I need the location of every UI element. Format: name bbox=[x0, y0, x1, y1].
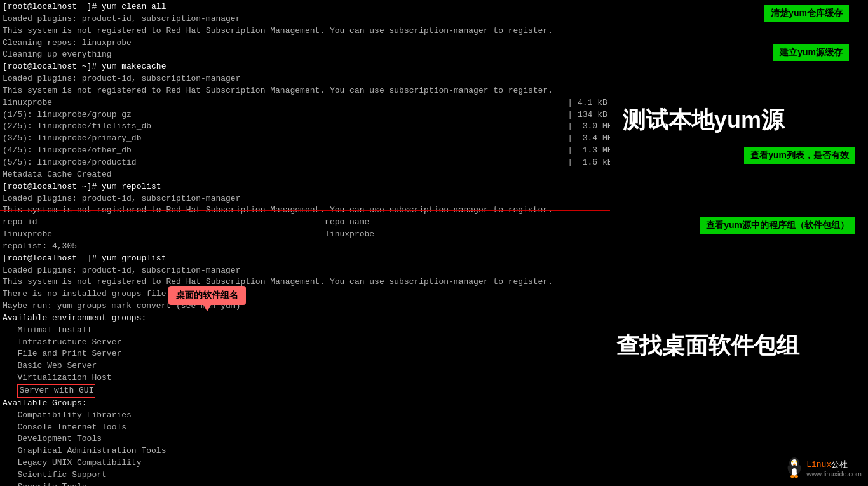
annotation-build-cache: 建立yum源缓存 bbox=[773, 44, 849, 61]
term-line: Loaded plugins: product-id, subscription… bbox=[3, 73, 607, 85]
svg-point-6 bbox=[792, 468, 797, 476]
svg-point-10 bbox=[794, 475, 798, 478]
annotation-clear-cache: 清楚yum仓库缓存 bbox=[764, 5, 849, 22]
term-line: This system is not registered to Red Hat… bbox=[3, 276, 607, 288]
term-line: Development Tools bbox=[3, 433, 607, 445]
term-line: (5/5): linuxprobe/productid | 1.6 kB 00:… bbox=[3, 157, 607, 169]
term-line: repo id repo name status bbox=[3, 217, 607, 229]
term-line: Cleaning repos: linuxprobe bbox=[3, 37, 607, 50]
svg-point-9 bbox=[790, 475, 794, 478]
term-line: Server with GUI bbox=[3, 384, 607, 398]
svg-point-3 bbox=[796, 461, 797, 463]
term-line: [root@localhost ]# yum grouplist bbox=[3, 253, 607, 265]
tux-icon bbox=[785, 457, 804, 480]
term-line: Graphical Administration Tools bbox=[3, 445, 607, 457]
annotation-find-desktop: 查找桌面软件包组 bbox=[616, 330, 799, 361]
svg-point-2 bbox=[792, 461, 794, 463]
logo-pub: 公社 bbox=[831, 460, 848, 469]
term-line: Security Tools bbox=[3, 482, 607, 486]
term-line: repolist: 4,305 bbox=[3, 241, 607, 253]
annotation-check-groups: 查看yum源中的程序组（软件包组） bbox=[700, 217, 855, 234]
term-line: (1/5): linuxprobe/group_gz | 134 kB 00:0… bbox=[3, 109, 607, 121]
term-line: (2/5): linuxprobe/filelists_db | 3.0 MB … bbox=[3, 121, 607, 133]
term-line: Basic Web Server bbox=[3, 360, 607, 372]
term-line: [root@localhost ]# yum clean all bbox=[3, 1, 607, 13]
term-line: Cleaning up everything bbox=[3, 49, 607, 61]
term-line: This system is not registered to Red Hat… bbox=[3, 85, 607, 97]
term-line: [root@localhost ~]# yum repolist bbox=[3, 181, 607, 193]
annotations-panel: 清楚yum仓库缓存 建立yum源缓存 测试本地yum源 查看yum列表，是否有效… bbox=[610, 0, 868, 486]
term-line: Minimal Install bbox=[3, 325, 607, 337]
term-line: Loaded plugins: product-id, subscription… bbox=[3, 193, 607, 205]
term-line: Available environment groups: bbox=[3, 313, 607, 325]
term-line: [root@localhost ~]# yum makecache bbox=[3, 61, 607, 73]
logo-linux: Linux bbox=[806, 460, 831, 469]
term-line: There is no installed groups file. bbox=[3, 288, 607, 300]
term-line: File and Print Server bbox=[3, 348, 607, 360]
term-line: Infrastructure Server bbox=[3, 337, 607, 349]
annotation-check-repo: 查看yum列表，是否有效 bbox=[744, 147, 855, 164]
term-line: Scientific Support bbox=[3, 469, 607, 482]
logo-url: www.linuxidc.com bbox=[806, 470, 862, 478]
term-line: Loaded plugins: product-id, subscription… bbox=[3, 265, 607, 277]
term-line: linuxprobe linuxprobe 4,305 bbox=[3, 229, 607, 241]
logo-area: Linux公社 www.linuxidc.com bbox=[785, 457, 862, 480]
term-line: This system is not registered to Red Hat… bbox=[3, 25, 607, 37]
term-line: Available Groups: bbox=[3, 398, 607, 410]
term-line: (3/5): linuxprobe/primary_db | 3.4 MB 00… bbox=[3, 133, 607, 145]
term-line: Loaded plugins: product-id, subscription… bbox=[3, 13, 607, 25]
term-line: Maybe run: yum groups mark convert (see … bbox=[3, 300, 607, 313]
term-line: Legacy UNIX Compatibility bbox=[3, 457, 607, 469]
annotation-test-label: 测试本地yum源 bbox=[623, 105, 784, 136]
term-line: (4/5): linuxprobe/other_db | 1.3 MB 00:0… bbox=[3, 145, 607, 157]
terminal-content: [root@localhost ]# yum clean allLoaded p… bbox=[0, 0, 610, 486]
term-line: Virtualization Host bbox=[3, 372, 607, 384]
term-line: linuxprobe | 4.1 kB 00:00:00 bbox=[3, 97, 607, 109]
term-line: Compatibility Libraries bbox=[3, 410, 607, 422]
callout-desktop: 桌面的软件组名 bbox=[168, 286, 246, 305]
term-line: Metadata Cache Created bbox=[3, 169, 607, 181]
server-with-gui-text: Server with GUI bbox=[17, 384, 95, 398]
term-line: Console Internet Tools bbox=[3, 422, 607, 434]
terminal-window: [root@localhost ]# yum clean allLoaded p… bbox=[0, 0, 868, 486]
logo-text: Linux公社 bbox=[806, 459, 848, 470]
separator-line bbox=[0, 210, 610, 211]
